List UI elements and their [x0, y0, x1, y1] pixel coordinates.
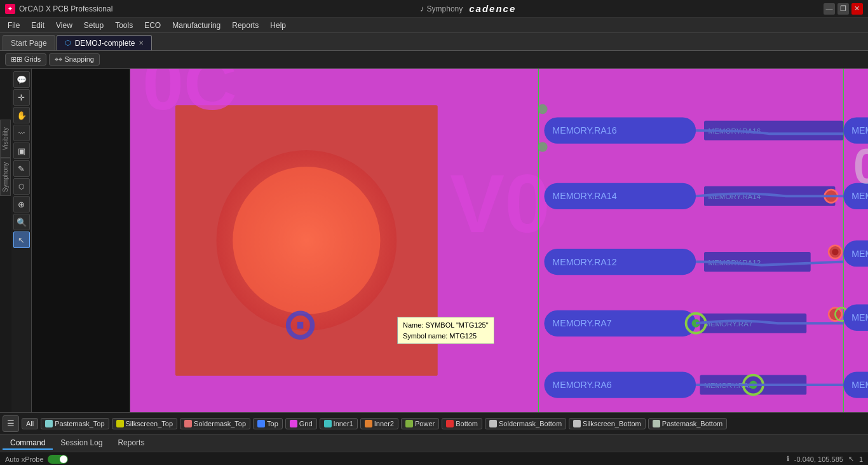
window-controls: — ❐ ✕ [824, 3, 863, 15]
preview-panel [32, 69, 130, 412]
layer-name-label: Soldermask_Top [194, 420, 246, 427]
toolbar: ⊞ ⊞ Grids ⌖ ⌖ Snapping [0, 51, 868, 69]
menu-item-edit[interactable]: Edit [26, 20, 50, 31]
grids-icon: ⊞ [11, 55, 17, 64]
via-tool[interactable]: ⬡ [13, 178, 30, 195]
layer-bottom[interactable]: Bottom [442, 418, 482, 429]
layer-color-indicator [573, 420, 581, 427]
svg-text:MEMORY.CTRL.RWE: MEMORY.CTRL.RWE [851, 249, 868, 259]
layer-color-indicator [365, 420, 372, 427]
grids-button[interactable]: ⊞ ⊞ Grids [5, 53, 46, 66]
svg-text:0C: 0C [142, 69, 236, 125]
select-tool[interactable]: ↖ [13, 232, 30, 248]
layer-color-indicator [257, 420, 265, 427]
layer-color-indicator [405, 420, 413, 427]
svg-text:MEMORY.RA8: MEMORY.RA8 [851, 380, 868, 390]
bottom-tab-reports[interactable]: Reports [110, 437, 152, 450]
layer-soldermask-bottom[interactable]: Soldermask_Bottom [485, 418, 566, 429]
layer-soldermask-top[interactable]: Soldermask_Top [180, 418, 250, 429]
coordinates: -0.040, 105.585 [794, 455, 843, 463]
layer-color-indicator [45, 420, 53, 427]
cursor-icon: ↖ [848, 455, 854, 463]
bottom-tab-session-log[interactable]: Session Log [53, 437, 110, 450]
comment-tool[interactable]: 💬 [13, 71, 30, 88]
svg-text:MEMORY.RA15: MEMORY.RA15 [851, 125, 868, 135]
layer-color-indicator [489, 420, 497, 427]
layer-name-label: Gnd [299, 420, 313, 427]
svg-text:MEMORY.RA6: MEMORY.RA6 [552, 380, 611, 390]
probe-label: Auto xProbe [5, 455, 44, 463]
all-layers-button[interactable]: All [22, 418, 38, 429]
zoom-tool[interactable]: 🔍 [13, 214, 30, 230]
menu-item-reports[interactable]: Reports [227, 20, 264, 31]
layer-name-label: Power [415, 420, 435, 427]
layer-name-label: Soldermask_Bottom [499, 420, 562, 427]
layer-inner2[interactable]: Inner2 [360, 418, 398, 429]
menu-item-file[interactable]: File [3, 20, 25, 31]
tab-demo-label: DEMOJ-complete [75, 39, 135, 48]
tab-startpage[interactable]: Start Page [3, 35, 55, 50]
svg-point-28 [832, 249, 838, 255]
menu-item-help[interactable]: Help [265, 20, 291, 31]
status-right: ℹ -0.040, 105.585 ↖ 1 [787, 455, 863, 463]
layer-name-label: Silkscreen_Bottom [583, 420, 641, 427]
component-tool[interactable]: ▣ [13, 142, 30, 159]
layer-top[interactable]: Top [253, 418, 283, 429]
tab-demo-icon: ⬡ [65, 39, 71, 47]
route-tool[interactable]: 〰 [13, 125, 30, 141]
close-button[interactable]: ✕ [851, 3, 863, 15]
symphony-panel-tab[interactable]: Symphony [0, 158, 11, 196]
layer-silkscreen-top[interactable]: Silkscreen_Top [112, 418, 178, 429]
move-tool[interactable]: ✛ [13, 89, 30, 106]
layers-icon: ☰ [7, 419, 15, 428]
app-title: OrCAD X PCB Professional [19, 4, 112, 13]
layer-power[interactable]: Power [401, 418, 439, 429]
main-container: Visibility Symphony 💬 ✛ ✋ 〰 ▣ ✎ ⬡ ⊕ 🔍 ↖ [0, 69, 868, 412]
svg-point-53 [538, 142, 547, 151]
visibility-panel-tab[interactable]: Visibility [0, 120, 11, 158]
symphony-logo: ♪ Symphony [420, 4, 463, 13]
menu-item-manufacturing[interactable]: Manufacturing [167, 20, 226, 31]
titlebar: ✦ OrCAD X PCB Professional ♪ Symphony ca… [0, 0, 868, 18]
target-tool[interactable]: ⊕ [13, 196, 30, 212]
maximize-button[interactable]: ❐ [837, 3, 849, 15]
layer-inner1[interactable]: Inner1 [320, 418, 358, 429]
layer-name-label: Top [267, 420, 278, 427]
minimize-button[interactable]: — [824, 3, 835, 15]
draw-tool[interactable]: ✎ [13, 160, 30, 177]
layerbar: ☰ All Pastemask_TopSilkscreen_TopSolderm… [0, 412, 868, 434]
canvas-area[interactable]: 0C V0 ⊙ MEMORY.RA16 MEMORY.RA16 MEMORY.R… [130, 69, 868, 412]
tool-palette: 💬 ✛ ✋ 〰 ▣ ✎ ⬡ ⊕ 🔍 ↖ [11, 69, 32, 412]
layer-pastemask-top[interactable]: Pastemask_Top [41, 418, 109, 429]
svg-text:MEMORY.RA16: MEMORY.RA16 [552, 125, 616, 135]
bottom-tab-command[interactable]: Command [3, 437, 53, 450]
layer-color-indicator [116, 420, 124, 427]
layer-gnd[interactable]: Gnd [285, 418, 317, 429]
menu-item-tools[interactable]: Tools [110, 20, 138, 31]
pcb-canvas: 0C V0 ⊙ MEMORY.RA16 MEMORY.RA16 MEMORY.R… [130, 69, 868, 412]
status-left: Auto xProbe [5, 455, 68, 464]
layer-silkscreen-bottom[interactable]: Silkscreen_Bottom [569, 418, 646, 429]
pan-tool[interactable]: ✋ [13, 107, 30, 123]
layer-pastemask-bottom[interactable]: Pastemask_Bottom [648, 418, 727, 429]
cadence-logo: cadence [469, 3, 516, 14]
tab-demo[interactable]: ⬡ DEMOJ-complete ✕ [57, 35, 153, 50]
autoxprobe-toggle[interactable] [48, 455, 68, 464]
layer-name-label: Inner1 [334, 420, 353, 427]
menu-item-eco[interactable]: ECO [139, 20, 166, 31]
layer-stack-button[interactable]: ☰ [3, 415, 19, 432]
menu-item-view[interactable]: View [51, 20, 78, 31]
tab-close-icon[interactable]: ✕ [139, 39, 144, 46]
bottom-tabs: CommandSession LogReports [0, 434, 868, 452]
layer-name-label: Silkscreen_Top [126, 420, 173, 427]
layer-name-label: Inner2 [374, 420, 394, 427]
tabbar: Start Page ⬡ DEMOJ-complete ✕ [0, 33, 868, 51]
svg-text:MEMORY.RA14: MEMORY.RA14 [552, 191, 616, 202]
statusbar: Auto xProbe ℹ -0.040, 105.585 ↖ 1 [0, 452, 868, 465]
layer-name-label: Pastemask_Bottom [662, 420, 722, 427]
snapping-button[interactable]: ⌖ ⌖ Snapping [49, 53, 100, 66]
svg-text:0: 0 [853, 139, 868, 193]
layer-name-label: Pastemask_Top [55, 420, 104, 427]
menu-item-setup[interactable]: Setup [79, 20, 109, 31]
layer-color-indicator [184, 420, 192, 427]
